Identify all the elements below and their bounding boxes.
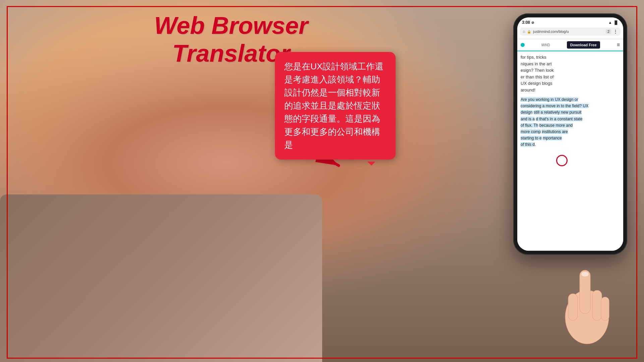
phone-mockup: 3:08 ⊘ ▲ ▐▌ ⌂ 🔒 justinmind.com/blog/u 2 … — [513, 13, 627, 255]
browser-chrome: ⌂ 🔒 justinmind.com/blog/u 2 ⋮ — [517, 26, 623, 39]
status-bar: 3:08 ⊘ ▲ ▐▌ — [517, 17, 623, 26]
teaser-text: for tips, tricks — [521, 55, 546, 60]
jm-logo-dot — [521, 43, 525, 47]
battery-icon: ▐▌ — [613, 20, 619, 24]
menu-icon[interactable]: ≡ — [617, 42, 620, 48]
teaser-text3: esign? Then look — [521, 68, 554, 73]
teaser-text4: er than this list of — [521, 74, 553, 79]
title-line1: Web Browser — [154, 12, 308, 40]
translation-text: 您是在UX設計領域工作還是考慮進入該領域？輔助設計仍然是一個相對較新的追求並且是… — [284, 61, 384, 150]
tab-count[interactable]: 2 — [606, 29, 611, 34]
svg-rect-4 — [568, 294, 578, 320]
hand-container — [550, 243, 624, 352]
highlighted-text2: nsi — [525, 104, 530, 108]
jm-header: MIND Download Free ≡ — [517, 39, 623, 51]
cursor-indicator — [556, 155, 568, 166]
jm-logo-text: MIND — [541, 43, 550, 47]
blog-content: for tips, tricks niques in the art esign… — [517, 51, 623, 251]
status-right: ▲ ▐▌ — [608, 20, 619, 24]
svg-point-6 — [581, 272, 589, 277]
more-icon[interactable]: ⋮ — [613, 29, 618, 34]
lock-icon: 🔒 — [527, 30, 531, 34]
wifi-icon: ▲ — [608, 20, 612, 24]
sofa-background — [0, 194, 322, 362]
hand-icon — [550, 243, 624, 351]
address-bar[interactable]: ⌂ 🔒 justinmind.com/blog/u 2 ⋮ — [520, 27, 621, 36]
signal-icon: ⊘ — [531, 21, 534, 24]
blog-teaser: for tips, tricks niques in the art esign… — [521, 54, 620, 93]
phone-screen: 3:08 ⊘ ▲ ▐▌ ⌂ 🔒 justinmind.com/blog/u 2 … — [517, 17, 623, 251]
download-free-button[interactable]: Download Free — [567, 41, 600, 49]
home-icon[interactable]: ⌂ — [523, 29, 525, 34]
teaser-text5: UX design blogs — [521, 81, 552, 86]
translation-bubble: 您是在UX設計領域工作還是考慮進入該領域？輔助設計仍然是一個相對較新的追求並且是… — [275, 52, 396, 160]
teaser-text2: niques in the art — [521, 61, 552, 66]
paragraph-block: Are you working in UX design or consider… — [521, 97, 620, 148]
url-text[interactable]: justinmind.com/blog/u — [533, 29, 604, 34]
normal-text6: . — [535, 142, 536, 147]
teaser-around: around! — [521, 87, 535, 93]
svg-rect-3 — [592, 290, 602, 320]
status-left: 3:08 ⊘ — [522, 20, 534, 25]
time-display: 3:08 — [522, 20, 530, 25]
svg-rect-5 — [601, 297, 609, 320]
